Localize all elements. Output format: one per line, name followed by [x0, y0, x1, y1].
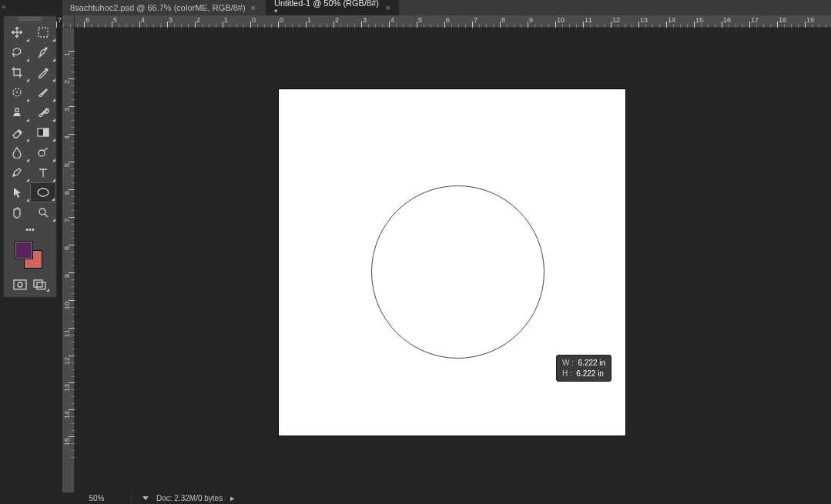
ruler-v-label: 10 — [63, 302, 71, 309]
canvas-viewport[interactable]: W : 6.222 in H : 6.222 in — [75, 28, 831, 492]
ruler-h-label: 14 — [668, 16, 675, 24]
ruler-h-label: 6 — [85, 16, 89, 24]
ellipse-shape-preview[interactable] — [371, 185, 545, 359]
crop-tool[interactable] — [4, 62, 30, 82]
document-tab-label: Untitled-1 @ 50% (RGB/8#) * — [274, 0, 380, 17]
ruler-h-label: 18 — [779, 16, 786, 24]
ruler-h-label: 10 — [557, 16, 565, 24]
svg-point-10 — [39, 150, 45, 156]
hand-tool[interactable] — [4, 202, 30, 222]
ellipsis-icon: ••• — [25, 225, 35, 234]
svg-rect-16 — [34, 280, 42, 287]
ruler-h-label: 0 — [252, 16, 256, 24]
ruler-h-label: 9 — [529, 16, 533, 24]
eraser-tool[interactable] — [4, 122, 30, 142]
ruler-h-label: 3 — [363, 16, 367, 24]
pen-tool[interactable] — [4, 162, 30, 182]
zoom-tool[interactable] — [30, 202, 56, 222]
svg-rect-17 — [37, 282, 45, 289]
eyedropper-tool[interactable] — [30, 62, 56, 82]
ruler-h-label: 5 — [113, 16, 117, 24]
status-menu-dropdown-icon[interactable] — [142, 496, 149, 500]
dim-w-label: W : — [562, 359, 574, 367]
ruler-horizontal[interactable]: 76543210012345678910111213141516171819 — [75, 15, 831, 28]
ruler-origin-corner[interactable] — [62, 15, 75, 28]
ruler-v-label: 6 — [63, 191, 71, 195]
ruler-v-label: 15 — [63, 438, 71, 446]
quick-mask-toggle[interactable] — [10, 277, 30, 292]
dim-h-value: 6.222 in — [576, 369, 604, 378]
ruler-v-label: 12 — [63, 357, 71, 365]
svg-point-11 — [14, 174, 15, 175]
ruler-h-label: 4 — [390, 16, 394, 24]
svg-rect-14 — [14, 280, 26, 289]
clone-stamp-tool[interactable] — [4, 102, 30, 122]
ruler-h-label: 2 — [335, 16, 339, 24]
ruler-v-label: 4 — [63, 135, 71, 139]
ruler-h-label: 17 — [751, 16, 759, 24]
history-brush-tool[interactable] — [30, 102, 56, 122]
status-bar: 50% Doc: 2.32M/0 bytes ▸ — [62, 492, 831, 504]
status-info-flyout-icon[interactable]: ▸ — [230, 493, 235, 503]
ruler-v-label: 3 — [63, 108, 71, 112]
ruler-h-label: 7 — [58, 16, 62, 24]
spot-heal-tool[interactable] — [4, 82, 30, 102]
ruler-vertical[interactable]: 123456789101112131415 — [62, 28, 75, 492]
brush-tool[interactable] — [30, 82, 56, 102]
ruler-v-label: 1 — [63, 52, 71, 56]
canvas-work-area: 76543210012345678910111213141516171819 1… — [62, 15, 831, 492]
document-tab[interactable]: Untitled-1 @ 50% (RGB/8#) *× — [266, 0, 399, 15]
rect-marquee-tool[interactable] — [30, 22, 56, 42]
quick-selection-tool[interactable] — [30, 42, 56, 62]
ruler-h-label: 7 — [474, 16, 477, 24]
tool-panel-grip[interactable] — [4, 16, 56, 22]
ruler-h-label: 2 — [196, 16, 200, 24]
document-tab[interactable]: 8sachtuhoc2.psd @ 66.7% (colorME, RGB/8#… — [62, 0, 266, 15]
svg-rect-2 — [39, 28, 48, 37]
ruler-h-label: 8 — [501, 16, 505, 24]
ruler-h-label: 3 — [169, 16, 173, 24]
type-tool[interactable] — [30, 162, 56, 182]
ruler-v-label: 2 — [63, 80, 71, 84]
foreground-color-swatch[interactable] — [15, 241, 33, 259]
ruler-v-label: 9 — [63, 274, 71, 278]
blur-tool[interactable] — [4, 142, 30, 162]
ruler-h-label: 13 — [640, 16, 648, 24]
document-tab-strip: 8sachtuhoc2.psd @ 66.7% (colorME, RGB/8#… — [62, 0, 831, 15]
dimension-tooltip: W : 6.222 in H : 6.222 in — [556, 355, 612, 382]
ruler-v-label: 14 — [63, 411, 71, 419]
svg-rect-6 — [15, 108, 18, 112]
close-icon[interactable]: × — [251, 3, 256, 12]
ellipse-shape-tool[interactable] — [30, 182, 56, 202]
ruler-h-label: 19 — [806, 16, 814, 24]
lasso-tool[interactable] — [4, 42, 30, 62]
document-tab-label: 8sachtuhoc2.psd @ 66.7% (colorME, RGB/8#… — [70, 3, 246, 12]
ruler-h-label: 16 — [723, 16, 731, 24]
svg-point-15 — [18, 282, 22, 287]
panel-expand-chevron-icon[interactable]: « — [2, 2, 6, 11]
path-selection-tool[interactable] — [4, 182, 30, 202]
ruler-v-label: 13 — [63, 384, 71, 392]
ruler-h-label: 11 — [585, 16, 592, 24]
ruler-h-label: 15 — [695, 16, 703, 24]
gradient-tool[interactable] — [30, 122, 56, 142]
svg-point-13 — [39, 209, 45, 215]
ruler-h-label: 12 — [612, 16, 620, 24]
move-tool[interactable] — [4, 22, 30, 42]
tool-panel: ••• — [3, 15, 57, 298]
screen-mode-toggle[interactable] — [30, 277, 50, 292]
ruler-v-label: 7 — [63, 219, 71, 222]
close-icon[interactable]: × — [386, 3, 390, 12]
ruler-v-label: 11 — [63, 329, 71, 337]
status-zoom-field[interactable]: 50% — [62, 494, 132, 502]
ruler-h-label: 0 — [280, 16, 283, 24]
ruler-h-label: 5 — [418, 16, 422, 24]
svg-rect-9 — [43, 129, 49, 136]
status-doc-info: Doc: 2.32M/0 bytes — [156, 494, 223, 502]
ruler-h-label: 4 — [141, 16, 145, 24]
dim-w-value: 6.222 in — [578, 359, 606, 367]
ruler-h-label: 1 — [224, 16, 228, 24]
edit-toolbar-button[interactable]: ••• — [4, 222, 56, 236]
dodge-tool[interactable] — [30, 142, 56, 162]
dim-h-label: H : — [562, 369, 572, 378]
